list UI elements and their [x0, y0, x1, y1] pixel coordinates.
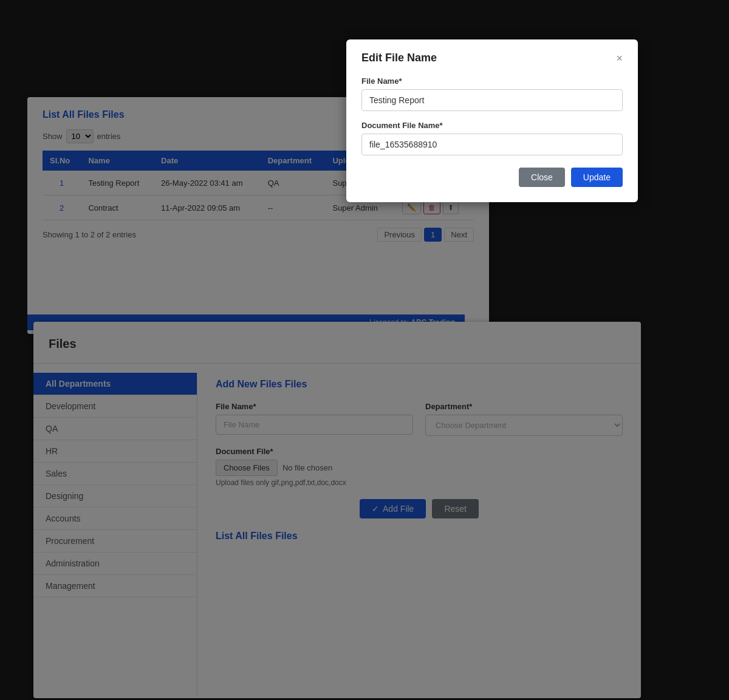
modal-header: Edit File Name × — [361, 52, 623, 64]
edit-file-modal: Edit File Name × File Name* Document Fil… — [346, 39, 638, 202]
modal-file-name-input[interactable] — [361, 89, 623, 111]
modal-close-x-button[interactable]: × — [616, 53, 623, 64]
modal-doc-name-input[interactable] — [361, 134, 623, 155]
modal-file-name-field: File Name* — [361, 76, 623, 111]
modal-close-button[interactable]: Close — [519, 168, 565, 187]
modal-doc-name-field: Document File Name* — [361, 121, 623, 155]
modal-title: Edit File Name — [361, 52, 437, 64]
modal-file-name-label: File Name* — [361, 76, 623, 86]
modal-update-button[interactable]: Update — [571, 168, 623, 187]
modal-footer: Close Update — [361, 168, 623, 187]
modal-doc-name-label: Document File Name* — [361, 121, 623, 130]
